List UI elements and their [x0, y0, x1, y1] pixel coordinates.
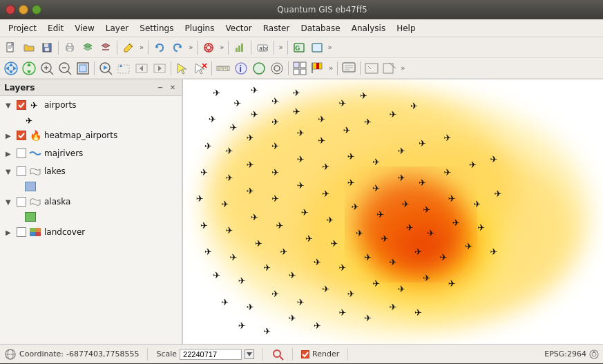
layer-landcover[interactable]: ▶ landcover — [0, 223, 182, 241]
layer-lakes[interactable]: ▼ lakes — [0, 162, 182, 180]
layers-minimize-icon[interactable]: − — [155, 83, 165, 93]
landcover-checkbox[interactable] — [17, 227, 26, 237]
plane-icon: ✈ — [271, 95, 279, 106]
zoom-prev-btn[interactable] — [133, 60, 150, 77]
toolbar-more-4[interactable]: » — [277, 44, 284, 51]
more-tools-btn[interactable] — [381, 60, 398, 77]
lakes-expand-icon[interactable]: ▼ — [6, 168, 14, 175]
epsg-value: EPSG:2964 — [544, 349, 586, 358]
new-project-btn[interactable] — [3, 39, 19, 56]
toolbar-more-2[interactable]: » — [187, 44, 194, 51]
menu-help[interactable]: Help — [391, 22, 421, 35]
alaska-checkbox[interactable] — [17, 197, 26, 207]
menu-plugins[interactable]: Plugins — [179, 22, 220, 35]
menu-settings[interactable]: Settings — [134, 22, 179, 35]
layer-majrivers[interactable]: ▶ majrivers — [0, 144, 182, 162]
select-btn[interactable] — [174, 60, 191, 77]
layers-close-icon[interactable]: ✕ — [168, 83, 178, 93]
toolbar-more-6[interactable]: » — [327, 64, 334, 72]
edit-btn[interactable] — [120, 39, 137, 56]
toolbar-more-1[interactable]: » — [138, 44, 145, 51]
majrivers-expand-icon[interactable]: ▶ — [6, 150, 14, 157]
scale-dropdown-btn[interactable] — [245, 349, 254, 359]
minimize-button[interactable] — [19, 5, 28, 15]
toolbar-more-7[interactable]: » — [399, 64, 406, 72]
label-btn[interactable]: abc — [254, 39, 271, 56]
render-checkbox[interactable] — [301, 350, 309, 358]
print-btn[interactable] — [61, 39, 78, 56]
layer-alaska[interactable]: ▼ alaska — [0, 193, 182, 211]
lifering-btn[interactable] — [200, 39, 217, 56]
identify-btn[interactable]: i — [233, 60, 249, 77]
heatmap-expand-icon[interactable]: ▶ — [6, 132, 14, 140]
pan-map-2-btn[interactable] — [21, 60, 37, 77]
menu-raster[interactable]: Raster — [258, 22, 296, 35]
toolbar-sep-14 — [360, 61, 361, 75]
flag-btn[interactable] — [309, 60, 326, 77]
layer-heatmap[interactable]: ▶ 🔥 heatmap_airports — [0, 126, 182, 144]
lakes-checkbox[interactable] — [17, 166, 26, 176]
menu-database[interactable]: Database — [295, 22, 345, 35]
zoom-next-btn[interactable] — [151, 60, 168, 77]
redo-btn[interactable] — [169, 39, 186, 56]
svg-rect-8 — [68, 44, 72, 46]
zoom-selection-btn[interactable] — [115, 60, 132, 77]
tile-btn[interactable] — [291, 60, 308, 77]
crosshair-btn[interactable] — [363, 60, 380, 77]
grass-btn[interactable]: G — [291, 39, 307, 56]
map-canvas[interactable]: ✈✈✈✈✈✈✈✈✈✈✈✈✈✈✈✈✈✈✈✈✈✈✈✈✈✈✈✈✈✈✈✈✈✈✈✈✈✈✈✈… — [183, 79, 603, 344]
settings-btn[interactable] — [269, 60, 285, 77]
window-controls[interactable] — [6, 5, 41, 15]
maximize-button[interactable] — [32, 5, 41, 15]
layer-airports[interactable]: ▼ ✈ airports — [0, 96, 182, 114]
svg-text:i: i — [239, 64, 242, 74]
zoom-in-btn[interactable] — [39, 60, 55, 77]
close-button[interactable] — [6, 5, 15, 15]
zoom-out-btn[interactable] — [57, 60, 73, 77]
svg-line-45 — [68, 71, 71, 75]
more-btn[interactable] — [309, 39, 325, 56]
main-area: Layers − ✕ ▼ ✈ airports ✈ ▶ — [0, 79, 603, 344]
scale-input[interactable] — [180, 349, 242, 360]
plane-icon: ✈ — [280, 246, 287, 256]
menu-project[interactable]: Project — [3, 22, 42, 35]
landcover-expand-icon[interactable]: ▶ — [6, 229, 14, 236]
svg-line-49 — [108, 71, 112, 75]
chart-btn[interactable] — [231, 39, 248, 56]
zoom-layer-btn[interactable] — [97, 60, 114, 77]
zoom-full-btn[interactable] — [75, 60, 91, 77]
airports-checkbox[interactable] — [17, 100, 26, 110]
plane-icon: ✈ — [339, 307, 347, 318]
plane-icon: ✈ — [314, 320, 321, 331]
deselect-btn[interactable] — [192, 60, 209, 77]
lakes-layer-name: lakes — [44, 166, 179, 176]
menu-vector[interactable]: Vector — [220, 22, 257, 35]
toolbar-more-5[interactable]: » — [327, 44, 334, 51]
save-project-btn[interactable] — [39, 39, 55, 56]
majrivers-checkbox[interactable] — [17, 149, 26, 158]
info-btn[interactable] — [251, 60, 267, 77]
remove-layer-btn[interactable] — [97, 39, 114, 56]
pan-map-btn[interactable] — [3, 60, 19, 77]
chat-btn[interactable] — [341, 60, 357, 77]
plane-icon: ✈ — [360, 90, 367, 100]
measure-btn[interactable] — [215, 60, 231, 77]
svg-rect-72 — [294, 69, 299, 75]
toolbar-sep-4 — [197, 41, 198, 55]
plane-icon: ✈ — [465, 241, 472, 251]
plane-icons-container: ✈✈✈✈✈✈✈✈✈✈✈✈✈✈✈✈✈✈✈✈✈✈✈✈✈✈✈✈✈✈✈✈✈✈✈✈✈✈✈✈… — [183, 79, 603, 344]
undo-btn[interactable] — [151, 39, 168, 56]
airports-expand-icon[interactable]: ▼ — [6, 102, 14, 109]
alaska-expand-icon[interactable]: ▼ — [6, 198, 14, 206]
menu-analysis[interactable]: Analysis — [346, 22, 391, 35]
menu-layer[interactable]: Layer — [100, 22, 134, 35]
open-project-btn[interactable] — [21, 39, 37, 56]
heatmap-checkbox[interactable] — [17, 131, 26, 140]
toolbar-more-3[interactable]: » — [218, 44, 225, 51]
plane-icon: ✈ — [469, 159, 477, 169]
epsg-section[interactable]: EPSG:2964 — [544, 349, 599, 359]
svg-marker-56 — [158, 66, 162, 71]
add-layer-btn[interactable] — [79, 39, 96, 56]
menu-view[interactable]: View — [69, 22, 99, 35]
menu-edit[interactable]: Edit — [42, 22, 69, 35]
